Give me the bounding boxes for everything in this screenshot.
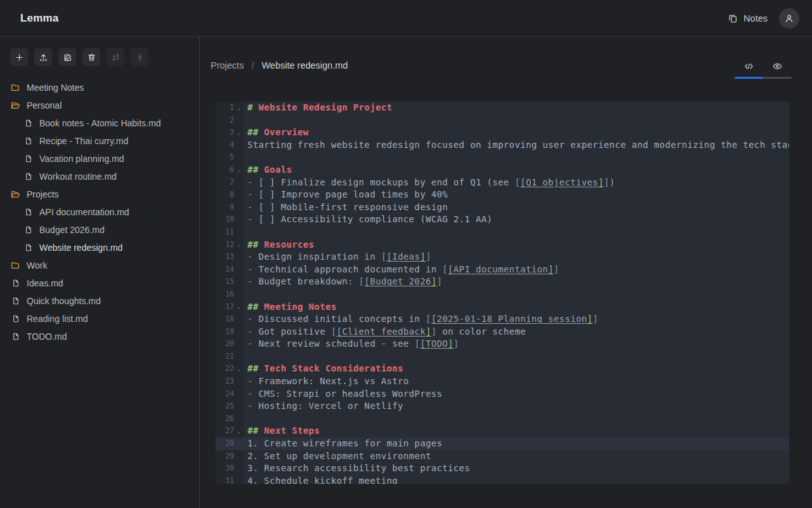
code-line-content[interactable]: - Discussed initial concepts in [[2025-0… [244, 313, 789, 326]
file-icon [11, 314, 20, 323]
editor-line-24[interactable]: 24- CMS: Strapi or headless WordPress [216, 388, 789, 401]
editor-line-18[interactable]: 18- Discussed initial concepts in [[2025… [216, 313, 789, 326]
code-line-content[interactable]: # Website Redesign Project [244, 102, 789, 114]
editor-line-10[interactable]: 10- [ ] Accessibility compliance (WCAG 2… [216, 213, 789, 226]
code-line-content[interactable] [244, 151, 789, 164]
code-line-content[interactable]: ## Overview [244, 126, 789, 139]
code-line-content[interactable]: - [ ] Improve page load times by 40% [244, 189, 789, 201]
code-line-content[interactable] [244, 288, 789, 301]
editor-line-31[interactable]: 314. Schedule kickoff meeting [216, 475, 789, 484]
code-line-content[interactable]: Starting fresh website redesign focused … [244, 139, 789, 152]
sidebar-item-projects[interactable]: Projects [0, 185, 199, 203]
fold-chevron-icon[interactable]: ▾ [234, 125, 244, 141]
editor-line-13[interactable]: 13- Design inspiration in [[Ideas]] [216, 251, 789, 264]
sidebar-item-work[interactable]: Work [0, 257, 199, 274]
line-number: 16 [219, 288, 234, 301]
fold-chevron-icon[interactable]: ▾ [234, 237, 244, 253]
sidebar-item-website-redesign-md[interactable]: Website redesign.md [0, 239, 199, 257]
editor-line-16[interactable]: 16 [216, 288, 789, 301]
editor-line-5[interactable]: 5 [216, 151, 789, 164]
code-line-content[interactable]: ## Resources [244, 239, 789, 251]
fold-chevron-icon[interactable]: ▾ [234, 361, 244, 377]
fold-spacer [234, 405, 244, 408]
code-line-content[interactable]: ## Goals [244, 164, 789, 177]
code-line-content[interactable] [244, 413, 789, 425]
editor-line-1[interactable]: 1▾# Website Redesign Project [216, 102, 789, 114]
breadcrumb: Projects / Website redesign.md [211, 60, 348, 70]
code-line-content[interactable]: 2. Set up development environment [244, 450, 789, 463]
code-line-content[interactable]: - Budget breakdown: [[Budget 2026]] [244, 276, 789, 288]
code-line-content[interactable]: 4. Schedule kickoff meeting [244, 475, 789, 484]
code-line-content[interactable] [244, 351, 789, 363]
sidebar-item-reading-list-md[interactable]: Reading list.md [0, 310, 199, 328]
code-line-content[interactable]: - Technical approach documented in [[API… [244, 264, 789, 276]
gutter: 7 [216, 177, 244, 189]
editor-line-26[interactable]: 26 [216, 413, 789, 425]
code-line-content[interactable]: - [ ] Mobile-first responsive design [244, 201, 789, 214]
fold-chevron-icon[interactable]: ▾ [234, 424, 244, 439]
sidebar-item-personal[interactable]: Personal [0, 97, 199, 114]
tab-source-view[interactable] [735, 55, 763, 77]
sidebar-item-workout-routine-md[interactable]: Workout routine.md [0, 168, 199, 185]
editor-line-22[interactable]: 22▾## Tech Stack Considerations [216, 363, 789, 375]
editor-line-6[interactable]: 6▾## Goals [216, 164, 789, 177]
sidebar-item-todo-md[interactable]: TODO.md [0, 328, 199, 345]
code-line-content[interactable]: ## Meeting Notes [244, 301, 789, 314]
sidebar-item-book-notes-atomic-habits-md[interactable]: Book notes - Atomic Habits.md [0, 114, 199, 132]
editor-line-2[interactable]: 2 [216, 114, 789, 127]
code-line-content[interactable]: - Hosting: Vercel or Netlify [244, 400, 789, 413]
sidebar-item-recipe-thai-curry-md[interactable]: Recipe - Thai curry.md [0, 132, 199, 150]
code-line-content[interactable]: - CMS: Strapi or headless WordPress [244, 388, 789, 401]
fold-chevron-icon[interactable]: ▾ [234, 299, 244, 315]
editor-line-7[interactable]: 7- [ ] Finalize design mockups by end of… [216, 177, 789, 189]
editor-line-4[interactable]: 4Starting fresh website redesign focused… [216, 139, 789, 152]
code-line-content[interactable]: - [ ] Accessibility compliance (WCAG 2.1… [244, 213, 789, 226]
editor-line-15[interactable]: 15- Budget breakdown: [[Budget 2026]] [216, 276, 789, 288]
editor-line-9[interactable]: 9- [ ] Mobile-first responsive design [216, 201, 789, 214]
editor-line-20[interactable]: 20- Next review scheduled - see [[TODO]] [216, 338, 789, 351]
editor-line-3[interactable]: 3▾## Overview [216, 126, 789, 139]
code-line-content[interactable]: - Design inspiration in [[Ideas]] [244, 251, 789, 264]
markdown-editor[interactable]: 1▾# Website Redesign Project23▾## Overvi… [216, 102, 789, 484]
code-line-content[interactable]: ## Next Steps [244, 425, 789, 438]
code-line-content[interactable]: - Got positive [[Client feedback]] on co… [244, 326, 789, 338]
editor-line-30[interactable]: 303. Research accessibility best practic… [216, 462, 789, 475]
new-note-button[interactable] [10, 48, 28, 66]
sidebar-item-budget-2026-md[interactable]: Budget 2026.md [0, 221, 199, 239]
editor-line-27[interactable]: 27▾## Next Steps [216, 425, 789, 438]
editor-line-19[interactable]: 19- Got positive [[Client feedback]] on … [216, 326, 789, 338]
user-avatar[interactable] [779, 8, 799, 29]
breadcrumb-folder[interactable]: Projects [211, 60, 244, 70]
sidebar-item-api-documentation-md[interactable]: API documentation.md [0, 203, 199, 221]
tab-preview-view[interactable] [763, 55, 792, 77]
editor-line-17[interactable]: 17▾## Meeting Notes [216, 301, 789, 314]
editor-line-25[interactable]: 25- Hosting: Vercel or Netlify [216, 400, 789, 413]
delete-note-button[interactable] [82, 48, 100, 66]
fold-chevron-icon[interactable]: ▾ [234, 162, 244, 178]
notes-button[interactable]: Notes [728, 13, 768, 23]
editor-line-28[interactable]: 281. Create wireframes for main pages [216, 438, 789, 450]
sidebar-item-quick-thoughts-md[interactable]: Quick thoughts.md [0, 292, 199, 310]
sidebar-item-meeting-notes[interactable]: Meeting Notes [0, 79, 199, 97]
code-line-content[interactable]: 3. Research accessibility best practices [244, 462, 789, 475]
edit-note-button[interactable] [58, 48, 76, 66]
editor-line-11[interactable]: 11 [216, 226, 789, 239]
code-line-content[interactable]: 1. Create wireframes for main pages [244, 438, 789, 450]
code-line-content[interactable]: - Framework: Next.js vs Astro [244, 375, 789, 388]
code-line-content[interactable] [244, 114, 789, 127]
upload-button[interactable] [34, 48, 52, 66]
editor-line-12[interactable]: 12▾## Resources [216, 239, 789, 251]
code-line-content[interactable]: ## Tech Stack Considerations [244, 363, 789, 375]
editor-line-8[interactable]: 8- [ ] Improve page load times by 40% [216, 189, 789, 201]
sidebar-item-vacation-planning-md[interactable]: Vacation planning.md [0, 150, 199, 168]
code-line-content[interactable]: - Next review scheduled - see [[TODO]] [244, 338, 789, 351]
code-line-content[interactable]: - [ ] Finalize design mockups by end of … [244, 177, 789, 189]
code-line-content[interactable] [244, 226, 789, 239]
gutter: 1▾ [216, 102, 244, 114]
fold-spacer [234, 268, 244, 271]
editor-line-29[interactable]: 292. Set up development environment [216, 450, 789, 463]
editor-line-14[interactable]: 14- Technical approach documented in [[A… [216, 264, 789, 276]
editor-line-23[interactable]: 23- Framework: Next.js vs Astro [216, 375, 789, 388]
sidebar-item-ideas-md[interactable]: Ideas.md [0, 274, 199, 292]
editor-line-21[interactable]: 21 [216, 351, 789, 363]
